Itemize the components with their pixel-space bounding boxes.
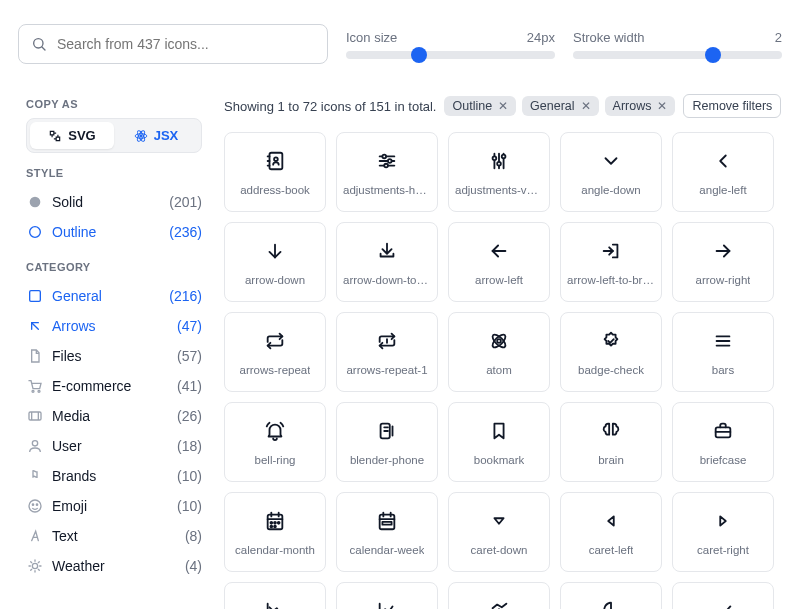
icon-label: arrow-left-to-bracket — [567, 274, 655, 286]
arrow-left-to-bracket-icon — [600, 238, 622, 264]
copy-as-svg-button[interactable]: SVG — [30, 122, 114, 149]
icon-label: bars — [712, 364, 734, 376]
svg-rect-8 — [30, 291, 41, 302]
icon-card-arrow-left[interactable]: arrow-left — [448, 222, 550, 302]
svg-point-18 — [274, 157, 278, 161]
category-emoji[interactable]: Emoji(10) — [26, 491, 202, 521]
icon-card-arrow-left-to-bracket[interactable]: arrow-left-to-bracket — [560, 222, 662, 302]
icon-card-arrow-right[interactable]: arrow-right — [672, 222, 774, 302]
icon-card-arrow-down[interactable]: arrow-down — [224, 222, 326, 302]
category-general[interactable]: General(216) — [26, 281, 202, 311]
icon-card-address-book[interactable]: address-book — [224, 132, 326, 212]
icon-card-arrows-repeat-1[interactable]: arrows-repeat-1 — [336, 312, 438, 392]
chart-mixed-icon — [488, 598, 510, 609]
icon-card-angle-left[interactable]: angle-left — [672, 132, 774, 212]
icon-label: angle-left — [699, 184, 746, 196]
chart-line-down-icon — [264, 598, 286, 609]
category-weather[interactable]: Weather(4) — [26, 551, 202, 581]
svg-point-9 — [32, 390, 34, 392]
icon-size-thumb[interactable] — [411, 47, 427, 63]
icon-card-calendar-month[interactable]: calendar-month — [224, 492, 326, 572]
icon-card-adjustments-horizontal[interactable]: adjustments-horizontal — [336, 132, 438, 212]
category-icon — [26, 407, 44, 425]
caret-down-icon — [488, 508, 510, 534]
icon-size-track[interactable] — [346, 51, 555, 59]
icon-card-check[interactable]: check — [672, 582, 774, 609]
icon-card-caret-left[interactable]: caret-left — [560, 492, 662, 572]
icon-card-caret-down[interactable]: caret-down — [448, 492, 550, 572]
icon-card-arrow-down-to-bracket[interactable]: arrow-down-to-bracket — [336, 222, 438, 302]
sidebar: COPY AS SVG JSX STYLE Solid(201)Outline(… — [0, 84, 220, 609]
icon-card-atom[interactable]: atom — [448, 312, 550, 392]
arrows-repeat-icon — [264, 328, 286, 354]
icon-card-bell-ring[interactable]: bell-ring — [224, 402, 326, 482]
icon-card-caret-right[interactable]: caret-right — [672, 492, 774, 572]
category-icon — [26, 317, 44, 335]
arrow-down-icon — [264, 238, 286, 264]
adjustments-vertical-icon — [488, 148, 510, 174]
close-icon: ✕ — [581, 99, 591, 113]
style-option-solid[interactable]: Solid(201) — [26, 187, 202, 217]
icon-label: arrow-down-to-bracket — [343, 274, 431, 286]
copy-as-jsx-button[interactable]: JSX — [114, 122, 198, 149]
icon-card-bars[interactable]: bars — [672, 312, 774, 392]
svg-point-14 — [32, 504, 33, 505]
svg-point-29 — [497, 162, 501, 166]
icon-label: caret-left — [589, 544, 634, 556]
filter-chip-general[interactable]: General✕ — [522, 96, 598, 116]
svg-point-24 — [384, 164, 388, 168]
caret-left-icon — [600, 508, 622, 534]
stroke-width-track[interactable] — [573, 51, 782, 59]
icon-card-bookmark[interactable]: bookmark — [448, 402, 550, 482]
badge-check-icon — [600, 328, 622, 354]
category-icon — [26, 527, 44, 545]
icon-card-angle-down[interactable]: angle-down — [560, 132, 662, 212]
close-icon: ✕ — [498, 99, 508, 113]
category-brands[interactable]: Brands(10) — [26, 461, 202, 491]
icon-card-chart-pie[interactable]: chart-pie — [560, 582, 662, 609]
svg-point-7 — [30, 227, 41, 238]
caret-right-icon — [712, 508, 734, 534]
stroke-width-thumb[interactable] — [705, 47, 721, 63]
icon-card-chart-line-up[interactable]: chart-line-up — [336, 582, 438, 609]
icon-card-chart-mixed[interactable]: chart-mixed — [448, 582, 550, 609]
svg-point-22 — [382, 155, 386, 159]
icon-label: bookmark — [474, 454, 525, 466]
icon-card-arrows-repeat[interactable]: arrows-repeat — [224, 312, 326, 392]
content: Showing 1 to 72 icons of 151 in total. O… — [220, 84, 800, 609]
category-media[interactable]: Media(26) — [26, 401, 202, 431]
address-book-icon — [264, 148, 286, 174]
remove-filters-button[interactable]: Remove filters — [683, 94, 781, 118]
copy-as-heading: COPY AS — [26, 98, 202, 110]
icon-card-badge-check[interactable]: badge-check — [560, 312, 662, 392]
svg-marker-63 — [720, 516, 726, 525]
stroke-width-slider[interactable]: Stroke width 2 — [573, 30, 782, 59]
filter-chip-arrows[interactable]: Arrows✕ — [605, 96, 676, 116]
calendar-month-icon — [264, 508, 286, 534]
icon-card-blender-phone[interactable]: blender-phone — [336, 402, 438, 482]
search-input[interactable] — [55, 35, 315, 53]
category-icon — [26, 377, 44, 395]
style-option-outline[interactable]: Outline(236) — [26, 217, 202, 247]
atom-icon — [488, 328, 510, 354]
icon-card-chart-line-down[interactable]: chart-line-down — [224, 582, 326, 609]
icon-card-briefcase[interactable]: briefcase — [672, 402, 774, 482]
filter-chip-outline[interactable]: Outline✕ — [444, 96, 516, 116]
svg-point-23 — [388, 159, 392, 163]
icon-card-adjustments-vertical[interactable]: adjustments-vertical — [448, 132, 550, 212]
angle-left-icon — [712, 148, 734, 174]
icon-card-calendar-week[interactable]: calendar-week — [336, 492, 438, 572]
category-e-commerce[interactable]: E-commerce(41) — [26, 371, 202, 401]
category-icon — [26, 497, 44, 515]
category-arrows[interactable]: Arrows(47) — [26, 311, 202, 341]
category-files[interactable]: Files(57) — [26, 341, 202, 371]
stroke-width-label: Stroke width — [573, 30, 645, 45]
category-text[interactable]: Text(8) — [26, 521, 202, 551]
search-box[interactable] — [18, 24, 328, 64]
check-icon — [712, 598, 734, 609]
arrows-repeat-1-icon — [376, 328, 398, 354]
category-user[interactable]: User(18) — [26, 431, 202, 461]
category-heading: CATEGORY — [26, 261, 202, 273]
icon-size-slider[interactable]: Icon size 24px — [346, 30, 555, 59]
icon-card-brain[interactable]: brain — [560, 402, 662, 482]
